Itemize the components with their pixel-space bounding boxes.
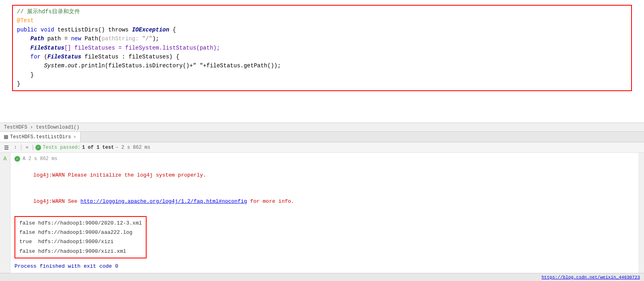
log-warn-line-1: log4j:WARN Please initialize the log4j s… — [14, 162, 634, 188]
test-toolbar: ↕ » ✓ Tests passed: 1 of 1 test – 2 s 86… — [0, 142, 644, 153]
test-result-item: ✓ A 2 s 862 ms — [14, 155, 634, 162]
result-line-4: false hdfs://hadoop1:9000/xizi.xml — [19, 247, 142, 256]
throws-type: IOException — [132, 25, 169, 34]
tab-label: TestHDFS.testListDirs — [10, 134, 71, 140]
param-hint: pathString: — [101, 34, 142, 43]
toolbar-sort-icon[interactable]: ↕ — [12, 144, 19, 151]
code-line-close-for: } — [17, 71, 627, 79]
pass-badge: ✓ Tests passed: 1 of 1 test – 2 s 862 ms — [35, 145, 150, 150]
breadcrumb-bar: TestHDFS › testDownload1() — [0, 123, 644, 132]
code-line-println: System . out .println(fileStatus.isDirec… — [17, 61, 627, 70]
result-line-2: false hdfs://hadoop1:9000/aaa222.log — [19, 228, 142, 237]
code-line-filestatus: FileStatus [] fileStatuses = fileSystem.… — [17, 44, 627, 52]
gutter-pass-item[interactable]: A — [2, 154, 7, 163]
test-pass-icon: ✓ — [14, 156, 20, 162]
code-line-comment: // 展示hdfs目录和文件 — [17, 7, 627, 16]
tests-passed-label: Tests passed: — [43, 145, 81, 150]
keyword-void: void — [41, 25, 54, 34]
log-warn-link[interactable]: http://logging.apache.org/log4j/1.2/faq.… — [81, 198, 247, 204]
code-border-box: // 展示hdfs目录和文件 @Test public void testLis… — [12, 5, 632, 91]
status-bar: https://blog.csdn.net/weixin_44630723 — [0, 273, 644, 281]
comment-text: // 展示hdfs目录和文件 — [17, 7, 80, 16]
filestatus-type: FileStatus — [31, 44, 64, 52]
code-editor: // 展示hdfs目录和文件 @Test public void testLis… — [0, 0, 644, 123]
code-line-path: Path path = new Path( pathString: "/" ); — [17, 34, 627, 43]
toolbar-separator-1 — [21, 145, 21, 150]
tests-passed-time: – 2 s 862 ms — [116, 145, 150, 150]
pass-circle-icon: ✓ — [35, 145, 41, 150]
string-value: "/" — [142, 34, 152, 43]
left-gutter: A — [0, 153, 10, 273]
toolbar-list-icon[interactable] — [3, 144, 10, 151]
log-warn-line-2: log4j:WARN See http://logging.apache.org… — [14, 188, 634, 214]
keyword-new: new — [71, 34, 81, 43]
breadcrumb: TestHDFS › testDownload1() — [4, 125, 79, 130]
tab-testlistdirs[interactable]: TestHDFS.testListDirs × — [0, 132, 81, 142]
for-type: FileStatus — [48, 52, 81, 61]
status-link[interactable]: https://blog.csdn.net/weixin_44630723 — [542, 275, 640, 280]
process-finished-line: Process finished with exit code 0 — [14, 263, 634, 269]
gutter-check-icon: A — [3, 156, 6, 162]
annotation-text: @Test — [17, 16, 34, 25]
path-type: Path — [31, 34, 44, 43]
result-line-3: true hdfs://hadoop1:9000/xizi — [19, 237, 142, 246]
output-panel: A ✓ A 2 s 862 ms log4j:WARN Please initi… — [0, 153, 644, 273]
code-line-method-sig: public void testListDirs() throws IOExce… — [17, 25, 627, 34]
tests-passed-count: 1 of 1 test — [82, 145, 114, 150]
toolbar-separator-2 — [33, 145, 33, 150]
keyword-public: public — [17, 25, 37, 34]
tab-close-button[interactable]: × — [73, 135, 76, 139]
result-box: false hdfs://hadoop1:9000/2020.12-3.xml … — [14, 216, 147, 259]
svg-rect-0 — [4, 146, 8, 146]
tab-file-icon — [4, 135, 8, 139]
system-out: System — [44, 61, 64, 70]
keyword-for: for — [31, 52, 41, 61]
log-warn-prefix: log4j:WARN See — [33, 198, 81, 204]
log-warn-suffix: for more info. — [247, 198, 294, 204]
toolbar-chevron-icon[interactable]: » — [24, 144, 30, 151]
result-line-1: false hdfs://hadoop1:9000/2020.12-3.xml — [19, 219, 142, 228]
svg-rect-2 — [4, 149, 8, 150]
code-line-annotation: @Test — [17, 16, 627, 25]
out-ref: out — [68, 61, 78, 70]
tab-bar: TestHDFS.testListDirs × — [0, 132, 644, 142]
code-line-close-method: } — [17, 79, 627, 88]
scroll-gutter — [638, 153, 644, 273]
svg-rect-1 — [4, 147, 8, 148]
code-line-for: for ( FileStatus fileStatus : fileStatus… — [17, 52, 627, 61]
output-content: ✓ A 2 s 862 ms log4j:WARN Please initial… — [10, 153, 638, 273]
test-time: A 2 s 862 ms — [23, 156, 57, 162]
